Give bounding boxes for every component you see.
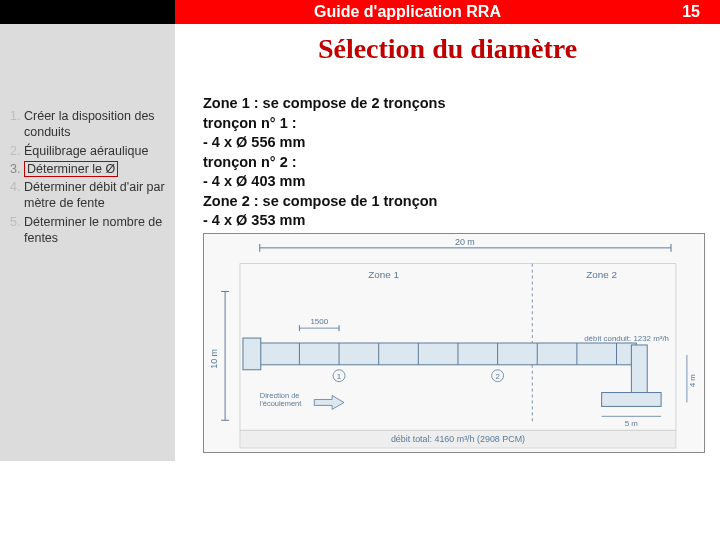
dim-right-v: 4 m [688,374,697,388]
diagram-wrap: 20 m Zone 1 Zone 2 10 m [203,233,706,453]
step-item-active: 3. Déterminer le Ø [8,161,167,177]
zone-line: - 4 x Ø 353 mm [203,211,706,231]
dim-left: 10 m [209,349,219,369]
header-title: Guide d'application RRA [175,0,640,24]
page-number: 15 [640,0,720,24]
total-debit: débit total: 4160 m³/h (2908 PCM) [391,434,525,444]
branch-debit: débit conduit: 1232 m³/h [584,334,669,343]
segment-mark-2: 2 [495,372,499,381]
content-area: Zone 1 : se compose de 2 tronçons tronço… [175,74,720,461]
zone1-label: Zone 1 [368,269,399,280]
zone-line: tronçon n° 1 : [203,114,706,134]
step-text: Déterminer le nombre de fentes [24,214,167,247]
flow-label: Direction de l'écoulement [260,390,302,408]
step-item: 5. Déterminer le nombre de fentes [8,214,167,247]
top-bar-corner [0,0,175,24]
svg-rect-26 [602,392,661,406]
page-title-wrap: Sélection du diamètre [175,24,720,74]
step-item: 2. Équilibrage aéraulique [8,143,167,159]
step-number: 3. [8,161,24,177]
svg-rect-9 [260,343,637,365]
body-row: 1. Créer la disposition des conduits 2. … [0,74,720,461]
zone-text-block: Zone 1 : se compose de 2 tronçons tronço… [203,94,706,231]
sidebar-title-spacer [0,24,175,74]
duct-layout-diagram: 20 m Zone 1 Zone 2 10 m [203,233,705,453]
step-item: 4. Déterminer débit d'air par mètre de f… [8,179,167,212]
step-list: 1. Créer la disposition des conduits 2. … [8,108,167,246]
step-text: Créer la disposition des conduits [24,108,167,141]
step-number: 4. [8,179,24,212]
sidebar: 1. Créer la disposition des conduits 2. … [0,74,175,461]
zone2-label: Zone 2 [586,269,617,280]
segment-mark-1: 1 [337,372,342,381]
main-duct [260,343,637,365]
title-row: Sélection du diamètre [0,24,720,74]
step-text: Déterminer débit d'air par mètre de fent… [24,179,167,212]
dim-inner: 1500 [310,317,328,326]
zone-line: - 4 x Ø 556 mm [203,133,706,153]
step-number: 2. [8,143,24,159]
dim-right-h: 5 m [625,419,639,428]
step-text-active: Déterminer le Ø [24,161,167,177]
page-title: Sélection du diamètre [318,33,577,65]
step-text: Équilibrage aéraulique [24,143,167,159]
dim-top: 20 m [455,237,475,247]
top-bar: Guide d'application RRA 15 [0,0,720,24]
step-highlight: Déterminer le Ø [24,161,118,177]
zone-line: Zone 2 : se compose de 1 tronçon [203,192,706,212]
step-number: 5. [8,214,24,247]
zone-line: Zone 1 : se compose de 2 tronçons [203,94,706,114]
zone-line: tronçon n° 2 : [203,153,706,173]
zone-line: - 4 x Ø 403 mm [203,172,706,192]
step-item: 1. Créer la disposition des conduits [8,108,167,141]
svg-rect-24 [243,338,261,370]
step-number: 1. [8,108,24,141]
